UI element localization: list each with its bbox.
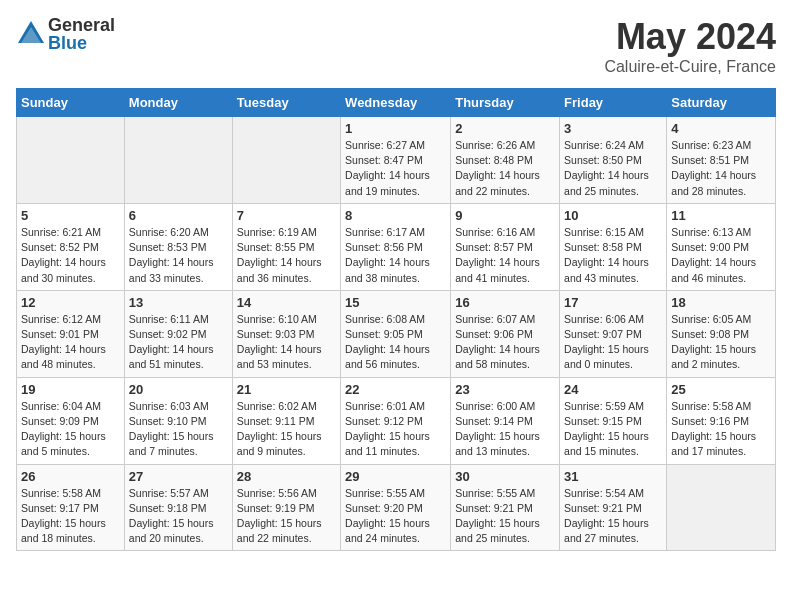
day-detail: Sunrise: 5:55 AM Sunset: 9:21 PM Dayligh… [455, 486, 555, 547]
day-detail: Sunrise: 5:57 AM Sunset: 9:18 PM Dayligh… [129, 486, 228, 547]
day-cell: 25Sunrise: 5:58 AM Sunset: 9:16 PM Dayli… [667, 377, 776, 464]
day-detail: Sunrise: 6:21 AM Sunset: 8:52 PM Dayligh… [21, 225, 120, 286]
day-detail: Sunrise: 6:08 AM Sunset: 9:05 PM Dayligh… [345, 312, 446, 373]
header-cell-thursday: Thursday [451, 89, 560, 117]
day-number: 5 [21, 208, 120, 223]
day-detail: Sunrise: 6:24 AM Sunset: 8:50 PM Dayligh… [564, 138, 662, 199]
logo-general: General [48, 16, 115, 34]
day-cell: 11Sunrise: 6:13 AM Sunset: 9:00 PM Dayli… [667, 203, 776, 290]
day-number: 22 [345, 382, 446, 397]
day-number: 11 [671, 208, 771, 223]
week-row-5: 26Sunrise: 5:58 AM Sunset: 9:17 PM Dayli… [17, 464, 776, 551]
day-cell: 8Sunrise: 6:17 AM Sunset: 8:56 PM Daylig… [341, 203, 451, 290]
calendar-table: SundayMondayTuesdayWednesdayThursdayFrid… [16, 88, 776, 551]
day-cell [232, 117, 340, 204]
logo-blue: Blue [48, 34, 115, 52]
day-detail: Sunrise: 6:01 AM Sunset: 9:12 PM Dayligh… [345, 399, 446, 460]
day-number: 18 [671, 295, 771, 310]
day-cell: 9Sunrise: 6:16 AM Sunset: 8:57 PM Daylig… [451, 203, 560, 290]
day-detail: Sunrise: 6:27 AM Sunset: 8:47 PM Dayligh… [345, 138, 446, 199]
day-detail: Sunrise: 6:07 AM Sunset: 9:06 PM Dayligh… [455, 312, 555, 373]
day-detail: Sunrise: 6:00 AM Sunset: 9:14 PM Dayligh… [455, 399, 555, 460]
day-cell: 16Sunrise: 6:07 AM Sunset: 9:06 PM Dayli… [451, 290, 560, 377]
calendar-location: Caluire-et-Cuire, France [604, 58, 776, 76]
day-cell: 15Sunrise: 6:08 AM Sunset: 9:05 PM Dayli… [341, 290, 451, 377]
day-detail: Sunrise: 6:06 AM Sunset: 9:07 PM Dayligh… [564, 312, 662, 373]
day-number: 26 [21, 469, 120, 484]
day-cell: 12Sunrise: 6:12 AM Sunset: 9:01 PM Dayli… [17, 290, 125, 377]
day-number: 16 [455, 295, 555, 310]
logo-text: General Blue [48, 16, 115, 52]
day-number: 6 [129, 208, 228, 223]
calendar-body: 1Sunrise: 6:27 AM Sunset: 8:47 PM Daylig… [17, 117, 776, 551]
day-detail: Sunrise: 6:23 AM Sunset: 8:51 PM Dayligh… [671, 138, 771, 199]
day-cell: 2Sunrise: 6:26 AM Sunset: 8:48 PM Daylig… [451, 117, 560, 204]
day-cell: 13Sunrise: 6:11 AM Sunset: 9:02 PM Dayli… [124, 290, 232, 377]
day-cell: 19Sunrise: 6:04 AM Sunset: 9:09 PM Dayli… [17, 377, 125, 464]
day-detail: Sunrise: 6:19 AM Sunset: 8:55 PM Dayligh… [237, 225, 336, 286]
day-cell: 18Sunrise: 6:05 AM Sunset: 9:08 PM Dayli… [667, 290, 776, 377]
day-number: 19 [21, 382, 120, 397]
header-cell-saturday: Saturday [667, 89, 776, 117]
title-block: May 2024 Caluire-et-Cuire, France [604, 16, 776, 76]
day-number: 21 [237, 382, 336, 397]
day-detail: Sunrise: 6:13 AM Sunset: 9:00 PM Dayligh… [671, 225, 771, 286]
day-number: 7 [237, 208, 336, 223]
day-number: 15 [345, 295, 446, 310]
day-detail: Sunrise: 5:58 AM Sunset: 9:16 PM Dayligh… [671, 399, 771, 460]
week-row-1: 1Sunrise: 6:27 AM Sunset: 8:47 PM Daylig… [17, 117, 776, 204]
calendar-title: May 2024 [604, 16, 776, 58]
day-detail: Sunrise: 6:15 AM Sunset: 8:58 PM Dayligh… [564, 225, 662, 286]
header-cell-friday: Friday [560, 89, 667, 117]
day-cell [124, 117, 232, 204]
day-detail: Sunrise: 6:05 AM Sunset: 9:08 PM Dayligh… [671, 312, 771, 373]
day-cell: 3Sunrise: 6:24 AM Sunset: 8:50 PM Daylig… [560, 117, 667, 204]
day-number: 2 [455, 121, 555, 136]
day-detail: Sunrise: 5:59 AM Sunset: 9:15 PM Dayligh… [564, 399, 662, 460]
day-number: 27 [129, 469, 228, 484]
header-cell-sunday: Sunday [17, 89, 125, 117]
day-number: 28 [237, 469, 336, 484]
day-cell: 29Sunrise: 5:55 AM Sunset: 9:20 PM Dayli… [341, 464, 451, 551]
day-cell: 5Sunrise: 6:21 AM Sunset: 8:52 PM Daylig… [17, 203, 125, 290]
day-cell: 4Sunrise: 6:23 AM Sunset: 8:51 PM Daylig… [667, 117, 776, 204]
logo: General Blue [16, 16, 115, 52]
logo-icon [16, 19, 46, 49]
day-detail: Sunrise: 5:58 AM Sunset: 9:17 PM Dayligh… [21, 486, 120, 547]
day-detail: Sunrise: 6:20 AM Sunset: 8:53 PM Dayligh… [129, 225, 228, 286]
calendar-header: SundayMondayTuesdayWednesdayThursdayFrid… [17, 89, 776, 117]
day-cell: 23Sunrise: 6:00 AM Sunset: 9:14 PM Dayli… [451, 377, 560, 464]
day-cell: 10Sunrise: 6:15 AM Sunset: 8:58 PM Dayli… [560, 203, 667, 290]
week-row-4: 19Sunrise: 6:04 AM Sunset: 9:09 PM Dayli… [17, 377, 776, 464]
day-cell [667, 464, 776, 551]
day-cell: 6Sunrise: 6:20 AM Sunset: 8:53 PM Daylig… [124, 203, 232, 290]
day-number: 24 [564, 382, 662, 397]
day-cell: 26Sunrise: 5:58 AM Sunset: 9:17 PM Dayli… [17, 464, 125, 551]
day-cell [17, 117, 125, 204]
day-number: 29 [345, 469, 446, 484]
day-cell: 1Sunrise: 6:27 AM Sunset: 8:47 PM Daylig… [341, 117, 451, 204]
day-number: 10 [564, 208, 662, 223]
day-cell: 28Sunrise: 5:56 AM Sunset: 9:19 PM Dayli… [232, 464, 340, 551]
day-detail: Sunrise: 5:56 AM Sunset: 9:19 PM Dayligh… [237, 486, 336, 547]
day-cell: 31Sunrise: 5:54 AM Sunset: 9:21 PM Dayli… [560, 464, 667, 551]
day-detail: Sunrise: 5:54 AM Sunset: 9:21 PM Dayligh… [564, 486, 662, 547]
header-cell-tuesday: Tuesday [232, 89, 340, 117]
day-number: 20 [129, 382, 228, 397]
day-cell: 30Sunrise: 5:55 AM Sunset: 9:21 PM Dayli… [451, 464, 560, 551]
day-cell: 17Sunrise: 6:06 AM Sunset: 9:07 PM Dayli… [560, 290, 667, 377]
week-row-3: 12Sunrise: 6:12 AM Sunset: 9:01 PM Dayli… [17, 290, 776, 377]
page-header: General Blue May 2024 Caluire-et-Cuire, … [16, 16, 776, 76]
day-number: 30 [455, 469, 555, 484]
day-number: 9 [455, 208, 555, 223]
day-number: 4 [671, 121, 771, 136]
header-cell-wednesday: Wednesday [341, 89, 451, 117]
day-detail: Sunrise: 6:16 AM Sunset: 8:57 PM Dayligh… [455, 225, 555, 286]
header-row: SundayMondayTuesdayWednesdayThursdayFrid… [17, 89, 776, 117]
day-number: 14 [237, 295, 336, 310]
day-number: 13 [129, 295, 228, 310]
day-cell: 27Sunrise: 5:57 AM Sunset: 9:18 PM Dayli… [124, 464, 232, 551]
day-detail: Sunrise: 5:55 AM Sunset: 9:20 PM Dayligh… [345, 486, 446, 547]
day-number: 8 [345, 208, 446, 223]
day-number: 17 [564, 295, 662, 310]
